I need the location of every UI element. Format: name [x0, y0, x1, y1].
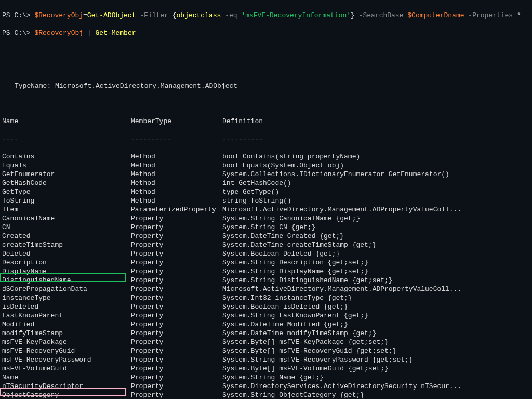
- member-type: Property: [131, 232, 222, 241]
- member-name: Equals: [2, 161, 131, 170]
- member-row: ContainsMethodbool Contains(string prope…: [2, 152, 530, 161]
- member-row: DisplayNamePropertySystem.String Display…: [2, 267, 530, 276]
- cmdlet: Get-ADObject: [87, 11, 136, 19]
- member-row: CreatedPropertySystem.DateTime Created {…: [2, 232, 530, 241]
- member-name: ToString: [2, 196, 131, 205]
- member-type: Property: [131, 241, 222, 249]
- member-type: Property: [131, 285, 222, 294]
- column-rule: ------------------------: [2, 135, 530, 143]
- member-definition: System.String ObjectCategory {get;}: [222, 391, 530, 399]
- member-definition: bool Contains(string propertyName): [222, 152, 530, 161]
- member-type: Property: [131, 347, 222, 355]
- member-row: nTSecurityDescriptorPropertySystem.Direc…: [2, 382, 530, 391]
- member-definition: type GetType(): [222, 188, 530, 196]
- member-row: DeletedPropertySystem.Boolean Deleted {g…: [2, 249, 530, 258]
- member-row: GetTypeMethodtype GetType(): [2, 188, 530, 196]
- member-name: Deleted: [2, 249, 131, 258]
- member-name: dSCorePropagationData: [2, 285, 131, 294]
- member-name: createTimeStamp: [2, 241, 131, 249]
- member-name: Description: [2, 258, 131, 267]
- member-type: Method: [131, 188, 222, 196]
- member-name: instanceType: [2, 294, 131, 302]
- member-definition: string ToString(): [222, 196, 530, 205]
- member-row: dSCorePropagationDataPropertyMicrosoft.A…: [2, 285, 530, 294]
- typename-header: TypeName: Microsoft.ActiveDirectory.Mana…: [2, 82, 530, 90]
- member-row: isDeletedPropertySystem.Boolean isDelete…: [2, 302, 530, 311]
- member-type: Property: [131, 382, 222, 391]
- member-name: GetHashCode: [2, 179, 131, 188]
- member-definition: System.DirectoryServices.ActiveDirectory…: [222, 382, 530, 391]
- member-type: Property: [131, 258, 222, 267]
- member-definition: System.DateTime Created {get;}: [222, 232, 530, 241]
- member-name: GetEnumerator: [2, 170, 131, 179]
- member-type: Property: [131, 302, 222, 311]
- member-name: msFVE-RecoveryGuid: [2, 347, 131, 355]
- member-definition: System.String CanonicalName {get;}: [222, 214, 530, 223]
- member-name: Item: [2, 205, 131, 214]
- member-type: Property: [131, 364, 222, 373]
- member-type: Method: [131, 152, 222, 161]
- member-name: ObjectCategory: [2, 391, 131, 399]
- member-name: isDeleted: [2, 302, 131, 311]
- member-definition: System.String Description {get;set;}: [222, 258, 530, 267]
- member-type: Property: [131, 355, 222, 364]
- member-name: Modified: [2, 320, 131, 329]
- member-definition: System.Int32 instanceType {get;}: [222, 294, 530, 302]
- prompt: PS C:\>: [2, 11, 34, 19]
- member-row: createTimeStampPropertySystem.DateTime c…: [2, 241, 530, 249]
- member-name: CanonicalName: [2, 214, 131, 223]
- member-definition: System.String Name {get;}: [222, 373, 530, 382]
- member-row: ObjectCategoryPropertySystem.String Obje…: [2, 391, 530, 399]
- member-row: msFVE-RecoveryPasswordPropertySystem.Str…: [2, 355, 530, 364]
- terminal-output[interactable]: PS C:\> $RecoveryObj=Get-ADObject -Filte…: [0, 0, 532, 399]
- member-name: msFVE-RecoveryPassword: [2, 355, 131, 364]
- member-name: modifyTimeStamp: [2, 329, 131, 338]
- member-row: GetEnumeratorMethodSystem.Collections.ID…: [2, 170, 530, 179]
- member-row: modifyTimeStampPropertySystem.DateTime m…: [2, 329, 530, 338]
- member-row: CanonicalNamePropertySystem.String Canon…: [2, 214, 530, 223]
- member-definition: System.Collections.IDictionaryEnumerator…: [222, 170, 530, 179]
- column-headers: NameMemberTypeDefinition: [2, 117, 530, 126]
- member-type: Property: [131, 329, 222, 338]
- member-type: Method: [131, 170, 222, 179]
- member-name: nTSecurityDescriptor: [2, 382, 131, 391]
- member-definition: System.DateTime Modified {get;}: [222, 320, 530, 329]
- member-name: DistinguishedName: [2, 276, 131, 285]
- member-type: Property: [131, 214, 222, 223]
- member-name: CN: [2, 223, 131, 232]
- member-type: ParameterizedProperty: [131, 205, 222, 214]
- member-definition: System.Byte[] msFVE-VolumeGuid {get;set;…: [222, 364, 530, 373]
- member-definition: System.String CN {get;}: [222, 223, 530, 232]
- member-definition: System.Byte[] msFVE-RecoveryGuid {get;se…: [222, 347, 530, 355]
- member-type: Property: [131, 373, 222, 382]
- member-definition: Microsoft.ActiveDirectory.Management.ADP…: [222, 285, 530, 294]
- member-row: GetHashCodeMethodint GetHashCode(): [2, 179, 530, 188]
- member-definition: Microsoft.ActiveDirectory.Management.ADP…: [222, 205, 530, 214]
- member-definition: System.Boolean isDeleted {get;}: [222, 302, 530, 311]
- member-row: msFVE-RecoveryGuidPropertySystem.Byte[] …: [2, 347, 530, 355]
- member-type: Property: [131, 338, 222, 347]
- member-definition: System.String DisplayName {get;set;}: [222, 267, 530, 276]
- member-row: ItemParameterizedPropertyMicrosoft.Activ…: [2, 205, 530, 214]
- member-definition: int GetHashCode(): [222, 179, 530, 188]
- member-row: NamePropertySystem.String Name {get;}: [2, 373, 530, 382]
- member-name: msFVE-KeyPackage: [2, 338, 131, 347]
- member-definition: System.String DistinguishedName {get;set…: [222, 276, 530, 285]
- member-definition: System.Byte[] msFVE-KeyPackage {get;set;…: [222, 338, 530, 347]
- member-definition: System.Boolean Deleted {get;}: [222, 249, 530, 258]
- member-type: Property: [131, 320, 222, 329]
- member-name: Created: [2, 232, 131, 241]
- member-type: Property: [131, 294, 222, 302]
- member-row: CNPropertySystem.String CN {get;}: [2, 223, 530, 232]
- member-definition: bool Equals(System.Object obj): [222, 161, 530, 170]
- member-type: Property: [131, 311, 222, 320]
- member-row: instanceTypePropertySystem.Int32 instanc…: [2, 294, 530, 302]
- member-definition: System.DateTime modifyTimeStamp {get;}: [222, 329, 530, 338]
- member-name: LastKnownParent: [2, 311, 131, 320]
- member-name: Name: [2, 373, 131, 382]
- member-type: Method: [131, 196, 222, 205]
- member-type: Property: [131, 267, 222, 276]
- command-line-2: PS C:\> $RecoveryObj | Get-Member: [2, 29, 530, 37]
- member-type: Method: [131, 161, 222, 170]
- member-row: DescriptionPropertySystem.String Descrip…: [2, 258, 530, 267]
